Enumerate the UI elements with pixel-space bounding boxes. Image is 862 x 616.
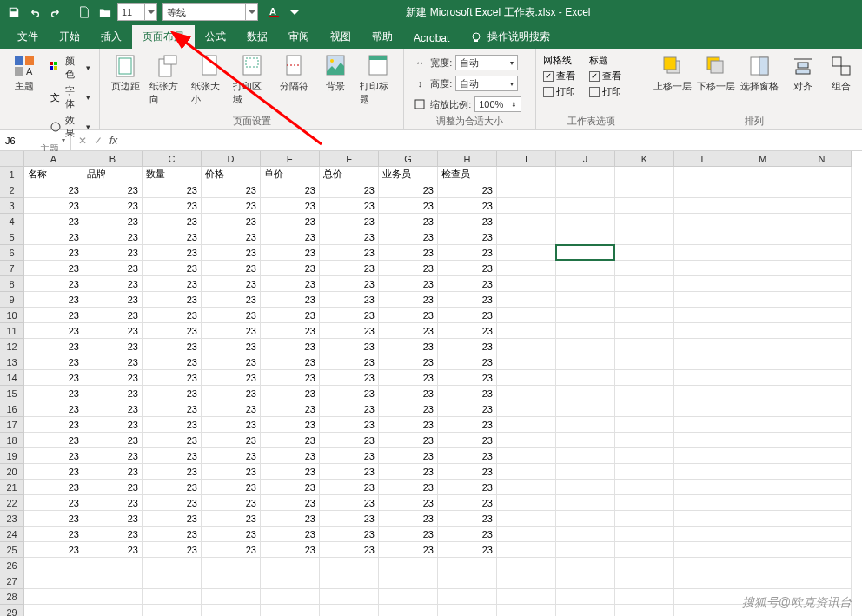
cell[interactable] bbox=[556, 558, 615, 573]
cell[interactable]: 23 bbox=[143, 339, 202, 354]
cell[interactable]: 23 bbox=[438, 542, 497, 558]
cell[interactable]: 23 bbox=[83, 464, 143, 480]
row-header[interactable]: 12 bbox=[0, 339, 24, 354]
cell[interactable] bbox=[733, 527, 792, 542]
cell[interactable]: 23 bbox=[202, 433, 261, 448]
cell[interactable]: 23 bbox=[143, 511, 202, 527]
cell[interactable]: 23 bbox=[83, 308, 143, 323]
cell[interactable]: 23 bbox=[83, 323, 143, 339]
cell[interactable]: 23 bbox=[379, 401, 438, 417]
cell[interactable]: 23 bbox=[261, 480, 320, 495]
column-header[interactable]: I bbox=[497, 151, 556, 167]
cell[interactable]: 23 bbox=[379, 261, 438, 276]
cell[interactable] bbox=[497, 495, 556, 511]
cell[interactable]: 23 bbox=[24, 261, 83, 276]
cell[interactable] bbox=[202, 589, 261, 605]
cell[interactable] bbox=[497, 480, 556, 495]
cell[interactable] bbox=[320, 573, 379, 589]
cell[interactable] bbox=[733, 433, 792, 448]
cell[interactable] bbox=[497, 605, 556, 616]
cell[interactable]: 23 bbox=[261, 323, 320, 339]
cell[interactable] bbox=[24, 573, 83, 589]
gridlines-print-checkbox[interactable]: 打印 bbox=[543, 85, 575, 98]
cell[interactable] bbox=[733, 401, 792, 417]
cell[interactable] bbox=[615, 605, 674, 616]
cell[interactable]: 23 bbox=[320, 511, 379, 527]
headings-view-checkbox[interactable]: ✓查看 bbox=[589, 70, 621, 83]
cell[interactable]: 23 bbox=[261, 401, 320, 417]
scale-selector[interactable]: 缩放比例:100%⇕ bbox=[411, 96, 523, 113]
cell[interactable] bbox=[556, 339, 615, 354]
cell[interactable] bbox=[261, 573, 320, 589]
cell[interactable] bbox=[615, 401, 674, 417]
cell[interactable] bbox=[556, 448, 615, 464]
cell[interactable] bbox=[202, 558, 261, 573]
cell[interactable] bbox=[674, 480, 733, 495]
cell[interactable] bbox=[83, 589, 143, 605]
cell[interactable] bbox=[674, 448, 733, 464]
cell[interactable] bbox=[556, 198, 615, 214]
cell[interactable]: 23 bbox=[261, 292, 320, 308]
cell[interactable]: 23 bbox=[320, 417, 379, 433]
cell[interactable] bbox=[674, 354, 733, 370]
cell[interactable]: 23 bbox=[143, 370, 202, 386]
cell[interactable]: 23 bbox=[202, 198, 261, 214]
cell[interactable]: 23 bbox=[24, 354, 83, 370]
cell[interactable]: 23 bbox=[24, 464, 83, 480]
cell[interactable] bbox=[674, 527, 733, 542]
cell[interactable] bbox=[497, 511, 556, 527]
row-header[interactable]: 17 bbox=[0, 417, 24, 433]
save-icon[interactable] bbox=[5, 3, 23, 21]
cell[interactable] bbox=[556, 464, 615, 480]
cell[interactable] bbox=[733, 542, 792, 558]
cell[interactable] bbox=[792, 401, 852, 417]
cell[interactable]: 23 bbox=[143, 182, 202, 198]
cell[interactable] bbox=[143, 605, 202, 616]
gridlines-view-checkbox[interactable]: ✓查看 bbox=[543, 70, 575, 83]
cell[interactable]: 23 bbox=[83, 276, 143, 292]
cell[interactable]: 23 bbox=[320, 386, 379, 401]
cell[interactable] bbox=[438, 573, 497, 589]
row-header[interactable]: 9 bbox=[0, 292, 24, 308]
cell[interactable]: 23 bbox=[202, 182, 261, 198]
cell[interactable] bbox=[792, 370, 852, 386]
cell[interactable] bbox=[615, 354, 674, 370]
cell[interactable]: 23 bbox=[24, 417, 83, 433]
column-header[interactable]: D bbox=[202, 151, 261, 167]
cell[interactable] bbox=[556, 605, 615, 616]
cell[interactable]: 23 bbox=[320, 370, 379, 386]
cell[interactable] bbox=[615, 511, 674, 527]
cell[interactable]: 23 bbox=[438, 198, 497, 214]
cell[interactable] bbox=[674, 339, 733, 354]
cell[interactable] bbox=[83, 573, 143, 589]
cell[interactable]: 23 bbox=[379, 198, 438, 214]
cell[interactable]: 23 bbox=[261, 308, 320, 323]
font-name-input[interactable]: 等线 bbox=[162, 3, 246, 21]
cell[interactable] bbox=[320, 605, 379, 616]
cell[interactable] bbox=[792, 448, 852, 464]
cell[interactable]: 23 bbox=[83, 245, 143, 261]
cell[interactable] bbox=[792, 214, 852, 229]
cell[interactable] bbox=[733, 261, 792, 276]
cell[interactable]: 23 bbox=[438, 511, 497, 527]
tab-help[interactable]: 帮助 bbox=[361, 25, 403, 49]
cell[interactable]: 23 bbox=[261, 229, 320, 245]
row-header[interactable]: 2 bbox=[0, 182, 24, 198]
cell[interactable]: 23 bbox=[24, 229, 83, 245]
cell[interactable]: 23 bbox=[379, 542, 438, 558]
cell[interactable]: 23 bbox=[83, 182, 143, 198]
cell[interactable] bbox=[792, 182, 852, 198]
cell[interactable] bbox=[320, 589, 379, 605]
cell[interactable]: 23 bbox=[24, 527, 83, 542]
tab-review[interactable]: 审阅 bbox=[278, 25, 320, 49]
cell[interactable] bbox=[615, 182, 674, 198]
cell[interactable] bbox=[674, 182, 733, 198]
cell[interactable]: 23 bbox=[24, 480, 83, 495]
cell[interactable]: 23 bbox=[143, 417, 202, 433]
row-header[interactable]: 29 bbox=[0, 605, 24, 616]
row-header[interactable]: 15 bbox=[0, 386, 24, 401]
cell[interactable] bbox=[792, 417, 852, 433]
column-header[interactable]: C bbox=[143, 151, 202, 167]
cell[interactable] bbox=[497, 433, 556, 448]
cell[interactable] bbox=[497, 229, 556, 245]
